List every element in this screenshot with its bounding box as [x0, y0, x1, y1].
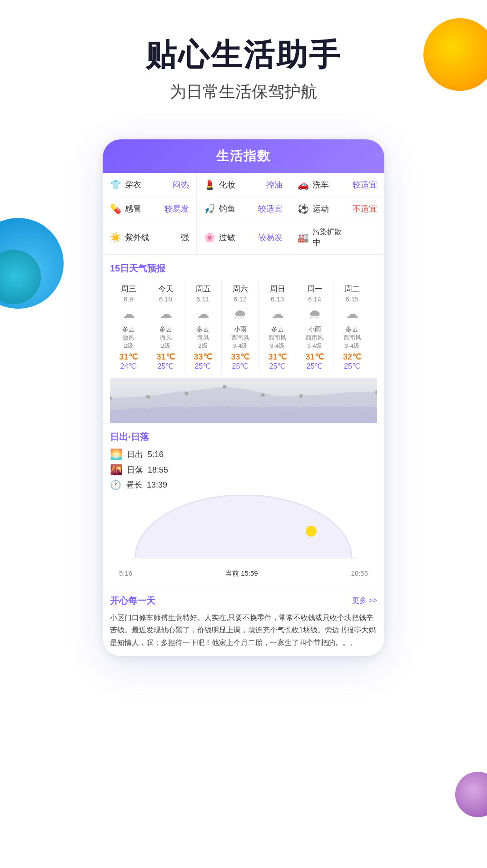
level-2: 2级	[186, 342, 219, 350]
life-cell-fishing: 🎣 钓鱼 较适宜	[197, 197, 291, 221]
high-0: 31℃	[112, 352, 145, 362]
cold-icon: 💊	[110, 203, 121, 214]
wind-2: 微风	[186, 334, 219, 342]
dow-4: 周日	[261, 284, 294, 294]
high-3: 33℃	[224, 352, 257, 362]
date-2: 6.11	[186, 295, 219, 303]
pollution-value: 中	[313, 237, 342, 248]
happy-more[interactable]: 更多 >>	[352, 596, 377, 606]
date-5: 6.14	[298, 295, 331, 303]
sunset-label: 日落	[127, 464, 143, 475]
happy-title: 开心每一天	[110, 595, 155, 607]
high-4: 31℃	[261, 352, 294, 362]
high-6: 32℃	[335, 352, 369, 362]
weather-icon-3: 🌧	[224, 306, 257, 321]
makeup-value: 控油	[266, 179, 283, 190]
forecast-day-2: 周五 6.11 ☁ 多云 微风 2级 33℃ 25℃	[184, 280, 222, 375]
uv-label: 紫外线	[125, 232, 149, 243]
temp-chart	[110, 378, 377, 423]
allergy-label: 过敏	[219, 232, 235, 243]
hero-title: 贴心生活助手	[18, 36, 469, 74]
life-cell-allergy: 🌸 过敏 较易发	[197, 221, 291, 255]
high-5: 31℃	[298, 352, 331, 362]
sunrise-value: 5:16	[148, 450, 164, 459]
timeline-start: 5:16	[119, 569, 132, 578]
svg-point-3	[223, 385, 226, 389]
wind-1: 微风	[149, 334, 182, 342]
sport-label: 运动	[313, 203, 329, 214]
low-3: 25℃	[224, 362, 257, 370]
desc-2: 多云	[186, 325, 219, 334]
carwash-label: 洗车	[313, 179, 329, 190]
sport-value: 不适宜	[353, 203, 377, 214]
dow-2: 周五	[186, 284, 219, 294]
date-1: 6.10	[149, 295, 182, 303]
wind-3: 西南风	[224, 334, 257, 342]
wind-0: 微风	[112, 334, 145, 342]
hero-section: 贴心生活助手 为日常生活保驾护航	[0, 0, 487, 121]
dow-1: 今天	[149, 284, 182, 294]
low-6: 25℃	[335, 362, 369, 370]
svg-point-8	[147, 407, 149, 409]
dow-6: 周二	[335, 284, 369, 294]
duration-value: 13:39	[147, 480, 167, 490]
pollution-icon: 🏭	[298, 232, 309, 243]
dow-3: 周六	[224, 284, 257, 294]
svg-point-11	[262, 406, 264, 409]
clothing-label: 穿衣	[125, 179, 141, 190]
happy-section: 开心每一天 更多 >> 小区门口修车师傅生意特好。人实在,只要不换零件，常常不收…	[103, 587, 384, 656]
clothing-icon: 👕	[110, 179, 121, 190]
happy-text: 小区门口修车师傅生意特好。人实在,只要不换零件，常常不收钱或只收个块把钱辛苦钱。…	[110, 612, 377, 649]
forecast-day-3: 周六 6.12 🌧 小雨 西南风 3-4级 33℃ 25℃	[222, 280, 259, 375]
desc-0: 多云	[112, 325, 145, 334]
life-cell-clothing: 👕 穿衣 闷热	[103, 173, 197, 197]
cold-value: 较易发	[164, 203, 189, 214]
life-cell-pollution: 🏭 污染扩散 中	[290, 221, 384, 255]
timeline-current: 当前 15:59	[225, 569, 258, 578]
level-3: 3-4级	[224, 342, 257, 350]
uv-value: 强	[181, 232, 189, 243]
duration-row: 🕐 昼长 13:39	[110, 479, 377, 490]
forecast-scroll[interactable]: 周三 6.9 ☁ 多云 微风 2级 31℃ 24℃ 今天 6.10 ☁ 多云 微…	[110, 280, 377, 375]
makeup-label: 化妆	[219, 179, 235, 190]
svg-point-4	[261, 393, 265, 397]
sunrise-label: 日出	[127, 449, 143, 460]
forecast-title: 15日天气预报	[110, 262, 377, 275]
sunset-value: 18:55	[148, 465, 168, 475]
sunrise-icon: 🌅	[110, 449, 122, 460]
weather-icon-2: ☁	[186, 306, 219, 321]
clothing-value: 闷热	[173, 179, 189, 190]
date-4: 6.13	[261, 295, 294, 303]
forecast-day-1: 今天 6.10 ☁ 多云 微风 2级 31℃ 25℃	[147, 280, 184, 375]
happy-header: 开心每一天 更多 >>	[110, 595, 377, 607]
low-5: 25℃	[298, 362, 331, 370]
forecast-day-0: 周三 6.9 ☁ 多云 微风 2级 31℃ 24℃	[110, 280, 147, 375]
life-cell-carwash: 🚗 洗车 较适宜	[290, 173, 384, 197]
weather-icon-6: ☁	[335, 306, 369, 321]
level-6: 3-4级	[335, 342, 369, 350]
deco-purple-circle	[455, 772, 487, 817]
weather-icon-1: ☁	[149, 306, 182, 321]
sun-section: 日出·日落 🌅 日出 5:16 🌇 日落 18:55 🕐 昼长 13:39	[103, 423, 384, 587]
forecast-section: 15日天气预报 周三 6.9 ☁ 多云 微风 2级 31℃ 24℃ 今天 6.1…	[103, 255, 384, 375]
phone-mockup: 生活指数 👕 穿衣 闷热 💄 化妆 控油 🚗 洗车 较适宜 💊 感冒 较易发 🎣…	[103, 139, 384, 656]
desc-5: 小雨	[298, 325, 331, 334]
sun-arc-chart	[117, 495, 370, 567]
pollution-label: 污染扩散	[313, 227, 342, 237]
fishing-value: 较适宜	[258, 203, 283, 214]
carwash-value: 较适宜	[353, 179, 377, 190]
life-cell-cold: 💊 感冒 较易发	[103, 197, 197, 221]
dow-5: 周一	[298, 284, 331, 294]
timeline-end: 18:55	[351, 569, 368, 578]
weather-icon-4: ☁	[261, 306, 294, 321]
level-0: 2级	[112, 342, 145, 350]
level-4: 3-4级	[261, 342, 294, 350]
low-1: 25℃	[149, 362, 182, 370]
svg-point-14	[306, 526, 317, 537]
sport-icon: ⚽	[298, 203, 309, 214]
level-5: 3-4级	[298, 342, 331, 350]
dow-0: 周三	[112, 284, 145, 294]
desc-4: 多云	[261, 325, 294, 334]
life-cell-sport: ⚽ 运动 不适宜	[290, 197, 384, 221]
life-index-grid: 👕 穿衣 闷热 💄 化妆 控油 🚗 洗车 较适宜 💊 感冒 较易发 🎣 钓鱼 较…	[103, 173, 384, 255]
